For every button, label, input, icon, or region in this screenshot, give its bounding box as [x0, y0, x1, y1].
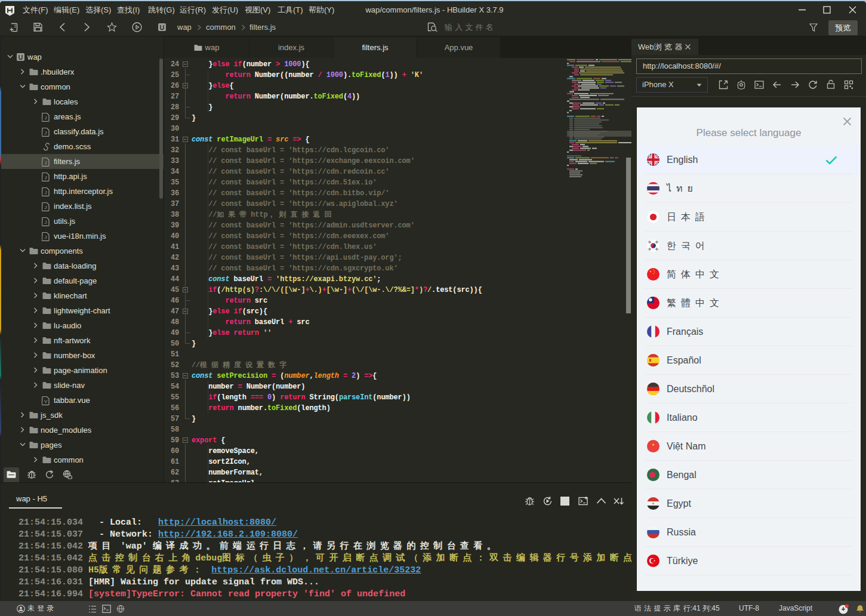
svg-text:J: J [45, 190, 47, 195]
svg-text:J: J [45, 205, 47, 210]
svg-text:J: J [45, 160, 47, 165]
svg-text:J: J [45, 235, 47, 240]
svg-text:J: J [45, 175, 47, 180]
svg-text:J: J [45, 115, 47, 121]
svg-text:J: J [45, 220, 47, 225]
svg-text:V: V [44, 399, 48, 404]
svg-text:J: J [45, 130, 47, 135]
